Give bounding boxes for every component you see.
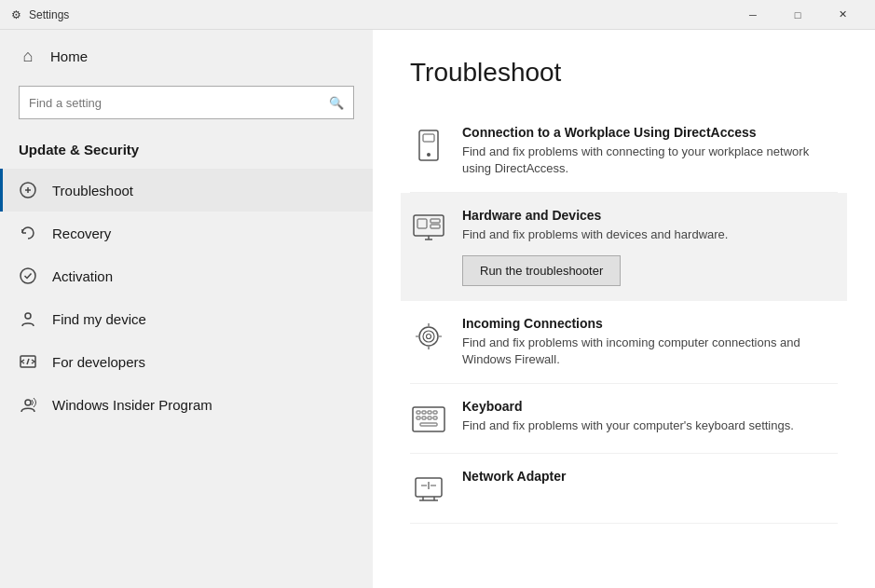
home-label: Home <box>50 48 88 64</box>
sidebar-item-label-recovery: Recovery <box>52 226 111 241</box>
app-icon: ⚙ <box>11 8 21 21</box>
close-button[interactable]: ✕ <box>821 0 864 30</box>
sidebar-item-windows-insider[interactable]: Windows Insider Program <box>0 383 373 426</box>
svg-rect-24 <box>420 423 437 426</box>
incoming-title: Incoming Connections <box>462 316 838 331</box>
search-icon: 🔍 <box>329 96 344 110</box>
svg-point-1 <box>21 268 35 283</box>
directaccess-content: Connection to a Workplace Using DirectAc… <box>462 125 838 177</box>
sidebar-item-label-activation: Activation <box>52 268 113 284</box>
activation-icon <box>19 267 37 285</box>
network-adapter-icon <box>410 471 447 508</box>
directaccess-icon <box>410 127 447 164</box>
search-input[interactable] <box>29 96 329 110</box>
sidebar-section-title: Update & Security <box>0 134 373 169</box>
sidebar-item-label-troubleshoot: Troubleshoot <box>52 183 133 198</box>
svg-rect-8 <box>414 215 444 236</box>
find-my-device-icon <box>19 309 37 328</box>
maximize-button[interactable]: □ <box>776 0 819 30</box>
hardware-title: Hardware and Devices <box>462 208 838 223</box>
network-adapter-title: Network Adapter <box>462 469 838 484</box>
svg-rect-16 <box>417 411 420 414</box>
svg-rect-10 <box>431 219 440 223</box>
sidebar-item-activation[interactable]: Activation <box>0 254 373 297</box>
title-bar-controls: ─ □ ✕ <box>731 0 864 30</box>
incoming-icon <box>410 318 447 355</box>
directaccess-title: Connection to a Workplace Using DirectAc… <box>462 125 838 140</box>
app-title: Settings <box>29 8 69 21</box>
svg-rect-9 <box>417 219 427 228</box>
troubleshoot-item-directaccess: Connection to a Workplace Using DirectAc… <box>410 110 838 193</box>
hardware-icon <box>410 210 447 247</box>
svg-rect-19 <box>433 411 437 414</box>
svg-point-14 <box>427 334 431 338</box>
sidebar-item-troubleshoot[interactable]: Troubleshoot <box>0 169 373 212</box>
sidebar-item-home[interactable]: ⌂ Home <box>0 30 373 82</box>
sidebar-item-for-developers[interactable]: For developers <box>0 340 373 383</box>
svg-point-4 <box>25 400 31 405</box>
title-bar-left: ⚙ Settings <box>11 8 69 21</box>
sidebar-item-find-my-device[interactable]: Find my device <box>0 297 373 340</box>
search-box[interactable]: 🔍 <box>19 86 354 119</box>
for-developers-icon <box>19 352 37 371</box>
sidebar-item-label-for-developers: For developers <box>52 354 145 370</box>
troubleshoot-item-keyboard: Keyboard Find and fix problems with your… <box>410 384 838 454</box>
main-content: Troubleshoot Connection to a Workplace U… <box>373 30 875 588</box>
svg-rect-11 <box>431 225 440 228</box>
keyboard-icon <box>410 401 447 438</box>
keyboard-desc: Find and fix problems with your computer… <box>462 417 838 434</box>
page-title: Troubleshoot <box>410 58 838 88</box>
home-icon: ⌂ <box>19 47 37 65</box>
svg-point-2 <box>25 313 31 319</box>
keyboard-content: Keyboard Find and fix problems with your… <box>462 399 838 434</box>
sidebar-item-label-windows-insider: Windows Insider Program <box>52 397 212 413</box>
sidebar-item-recovery[interactable]: Recovery <box>0 212 373 254</box>
svg-rect-22 <box>428 417 431 419</box>
directaccess-desc: Find and fix problems with connecting to… <box>462 144 838 177</box>
svg-rect-20 <box>417 417 420 419</box>
hardware-content: Hardware and Devices Find and fix proble… <box>462 208 838 285</box>
network-adapter-content: Network Adapter <box>462 469 838 487</box>
svg-rect-21 <box>422 417 426 419</box>
svg-rect-23 <box>433 417 437 419</box>
svg-point-6 <box>427 153 431 157</box>
keyboard-title: Keyboard <box>462 399 838 414</box>
incoming-content: Incoming Connections Find and fix proble… <box>462 316 838 368</box>
troubleshoot-item-network-adapter: Network Adapter <box>410 454 838 524</box>
svg-point-12 <box>419 327 438 346</box>
run-troubleshooter-button[interactable]: Run the troubleshooter <box>462 255 621 286</box>
hardware-item-inner: Hardware and Devices Find and fix proble… <box>410 208 838 285</box>
windows-insider-icon <box>19 395 37 414</box>
svg-rect-18 <box>428 411 431 414</box>
svg-rect-17 <box>422 411 426 414</box>
svg-rect-7 <box>423 134 434 142</box>
title-bar: ⚙ Settings ─ □ ✕ <box>0 0 875 30</box>
app-container: ⌂ Home 🔍 Update & Security Troubleshoot <box>0 30 875 588</box>
troubleshoot-item-incoming: Incoming Connections Find and fix proble… <box>410 301 838 384</box>
sidebar-item-label-find-my-device: Find my device <box>52 311 146 327</box>
troubleshoot-icon <box>19 181 37 199</box>
sidebar: ⌂ Home 🔍 Update & Security Troubleshoot <box>0 30 373 588</box>
incoming-desc: Find and fix problems with incoming comp… <box>462 335 838 368</box>
minimize-button[interactable]: ─ <box>731 0 774 30</box>
svg-point-13 <box>423 331 434 342</box>
recovery-icon <box>19 224 37 242</box>
hardware-desc: Find and fix problems with devices and h… <box>462 226 838 243</box>
troubleshoot-item-hardware: Hardware and Devices Find and fix proble… <box>401 193 847 300</box>
